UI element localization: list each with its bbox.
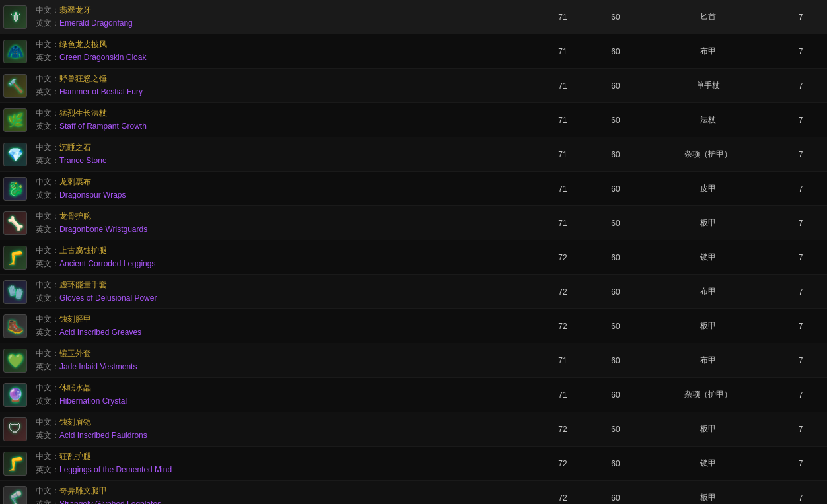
zh-label: 中文： bbox=[36, 452, 59, 461]
item-count: 7 bbox=[774, 219, 827, 228]
item-name-col: 中文：镶玉外套 英文：Jade Inlaid Vestments bbox=[30, 343, 536, 377]
item-req-level: 60 bbox=[589, 13, 642, 22]
item-icon-col: 🌿 bbox=[0, 106, 30, 135]
item-req-level: 60 bbox=[589, 390, 642, 400]
table-row[interactable]: 🔮 中文：休眠水晶 英文：Hibernation Crystal 71 60 杂… bbox=[0, 378, 827, 412]
item-level: 71 bbox=[536, 184, 589, 194]
item-level: 72 bbox=[536, 287, 589, 297]
item-type: 布甲 bbox=[642, 355, 774, 366]
item-name-zh: 中文：沉睡之石 bbox=[36, 141, 531, 154]
item-name-en: 英文：Acid Inscribed Greaves bbox=[36, 326, 531, 339]
table-row[interactable]: 🦿 中文：奇异雕文腿甲 英文：Strangely Glyphed Legplat… bbox=[0, 481, 827, 504]
item-icon-col: 🥾 bbox=[0, 312, 30, 341]
item-req-level: 60 bbox=[589, 150, 642, 159]
item-count: 7 bbox=[774, 493, 827, 503]
item-name-en: 英文：Acid Inscribed Pauldrons bbox=[36, 429, 531, 442]
item-count: 7 bbox=[774, 116, 827, 125]
item-type: 单手杖 bbox=[642, 80, 774, 91]
table-row[interactable]: 🧥 中文：绿色龙皮披风 英文：Green Dragonskin Cloak 71… bbox=[0, 34, 827, 69]
table-row[interactable]: 🔨 中文：野兽狂怒之锤 英文：Hammer of Bestial Fury 71… bbox=[0, 69, 827, 103]
item-count: 7 bbox=[774, 47, 827, 56]
table-row[interactable]: 🥾 中文：蚀刻胫甲 英文：Acid Inscribed Greaves 72 6… bbox=[0, 309, 827, 343]
zh-label: 中文： bbox=[36, 177, 59, 186]
item-type: 锁甲 bbox=[642, 252, 774, 263]
table-row[interactable]: 💎 中文：沉睡之石 英文：Trance Stone 71 60 杂项（护甲） 7 bbox=[0, 137, 827, 172]
item-count: 7 bbox=[774, 459, 827, 468]
item-icon: 🛡 bbox=[3, 417, 27, 441]
table-row[interactable]: 🐉 中文：龙刺裹布 英文：Dragonspur Wraps 71 60 皮甲 7 bbox=[0, 172, 827, 206]
item-count: 7 bbox=[774, 390, 827, 400]
item-icon-col: 🦴 bbox=[0, 209, 30, 238]
item-icon: 🦵 bbox=[3, 452, 27, 476]
table-row[interactable]: 🌿 中文：猛烈生长法杖 英文：Staff of Rampant Growth 7… bbox=[0, 103, 827, 137]
item-icon-col: 🐉 bbox=[0, 174, 30, 203]
item-icon-col: 🔮 bbox=[0, 380, 30, 410]
item-req-level: 60 bbox=[589, 425, 642, 434]
item-level: 71 bbox=[536, 116, 589, 125]
item-name-en: 英文：Trance Stone bbox=[36, 155, 531, 167]
item-icon: 🌿 bbox=[3, 108, 27, 132]
item-name-en: 英文：Leggings of the Demented Mind bbox=[36, 464, 531, 476]
table-row[interactable]: 🧤 中文：虚环能量手套 英文：Gloves of Delusional Powe… bbox=[0, 275, 827, 309]
item-level: 72 bbox=[536, 253, 589, 262]
item-icon: 🧤 bbox=[3, 280, 27, 304]
table-row[interactable]: 💚 中文：镶玉外套 英文：Jade Inlaid Vestments 71 60… bbox=[0, 343, 827, 378]
en-label: 英文： bbox=[36, 122, 59, 131]
item-icon-col: 🧥 bbox=[0, 37, 30, 66]
zh-label: 中文： bbox=[36, 417, 59, 427]
item-table: 🗡 中文：翡翠龙牙 英文：Emerald Dragonfang 71 60 匕首… bbox=[0, 0, 827, 504]
item-name-en: 英文：Gloves of Delusional Power bbox=[36, 292, 531, 305]
table-row[interactable]: 🦴 中文：龙骨护腕 英文：Dragonbone Wristguards 71 6… bbox=[0, 206, 827, 240]
item-icon: 🦴 bbox=[3, 211, 27, 235]
en-label: 英文： bbox=[36, 156, 59, 165]
item-name-en: 英文：Green Dragonskin Cloak bbox=[36, 52, 531, 64]
item-icon: 🦵 bbox=[3, 246, 27, 270]
item-req-level: 60 bbox=[589, 184, 642, 194]
en-label: 英文： bbox=[36, 190, 59, 199]
item-icon: 🥾 bbox=[3, 314, 27, 338]
item-name-zh: 中文：翡翠龙牙 bbox=[36, 4, 531, 17]
item-icon: 🔮 bbox=[3, 383, 27, 407]
item-name-en: 英文：Staff of Rampant Growth bbox=[36, 120, 531, 133]
item-icon-col: 🧤 bbox=[0, 277, 30, 306]
item-type: 锁甲 bbox=[642, 458, 774, 469]
item-name-en: 英文：Hammer of Bestial Fury bbox=[36, 86, 531, 98]
item-name-zh: 中文：龙骨护腕 bbox=[36, 210, 531, 223]
zh-label: 中文： bbox=[36, 108, 59, 118]
item-type: 杂项（护甲） bbox=[642, 149, 774, 160]
item-name-en: 英文：Strangely Glyphed Legplates bbox=[36, 498, 531, 505]
item-icon: 🐉 bbox=[3, 177, 27, 201]
item-type: 板甲 bbox=[642, 217, 774, 229]
table-row[interactable]: 🗡 中文：翡翠龙牙 英文：Emerald Dragonfang 71 60 匕首… bbox=[0, 0, 827, 34]
item-count: 7 bbox=[774, 425, 827, 434]
item-icon: 🗡 bbox=[3, 5, 27, 29]
item-req-level: 60 bbox=[589, 253, 642, 262]
table-row[interactable]: 🛡 中文：蚀刻肩铠 英文：Acid Inscribed Pauldrons 72… bbox=[0, 412, 827, 447]
item-count: 7 bbox=[774, 150, 827, 159]
item-icon-col: 🔨 bbox=[0, 71, 30, 100]
item-name-zh: 中文：狂乱护腿 bbox=[36, 450, 531, 463]
table-row[interactable]: 🦵 中文：上古腐蚀护腿 英文：Ancient Corroded Leggings… bbox=[0, 240, 827, 275]
item-req-level: 60 bbox=[589, 287, 642, 297]
item-name-col: 中文：沉睡之石 英文：Trance Stone bbox=[30, 137, 536, 170]
item-icon-col: 💚 bbox=[0, 346, 30, 375]
item-req-level: 60 bbox=[589, 356, 642, 365]
item-name-en: 英文：Dragonspur Wraps bbox=[36, 189, 531, 201]
item-icon: 💎 bbox=[3, 143, 27, 166]
item-name-en: 英文：Ancient Corroded Leggings bbox=[36, 258, 531, 270]
item-name-col: 中文：野兽狂怒之锤 英文：Hammer of Bestial Fury bbox=[30, 69, 536, 102]
en-label: 英文： bbox=[36, 259, 59, 268]
item-name-zh: 中文：休眠水晶 bbox=[36, 382, 531, 394]
item-level: 72 bbox=[536, 425, 589, 434]
item-count: 7 bbox=[774, 13, 827, 22]
item-count: 7 bbox=[774, 184, 827, 194]
item-req-level: 60 bbox=[589, 81, 642, 90]
item-name-col: 中文：休眠水晶 英文：Hibernation Crystal bbox=[30, 378, 536, 411]
table-row[interactable]: 🦵 中文：狂乱护腿 英文：Leggings of the Demented Mi… bbox=[0, 447, 827, 481]
item-name-zh: 中文：野兽狂怒之锤 bbox=[36, 73, 531, 85]
item-name-en: 英文：Hibernation Crystal bbox=[36, 395, 531, 408]
zh-label: 中文： bbox=[36, 383, 59, 392]
item-level: 71 bbox=[536, 81, 589, 90]
en-label: 英文： bbox=[36, 362, 59, 371]
item-icon-col: 🛡 bbox=[0, 415, 30, 444]
